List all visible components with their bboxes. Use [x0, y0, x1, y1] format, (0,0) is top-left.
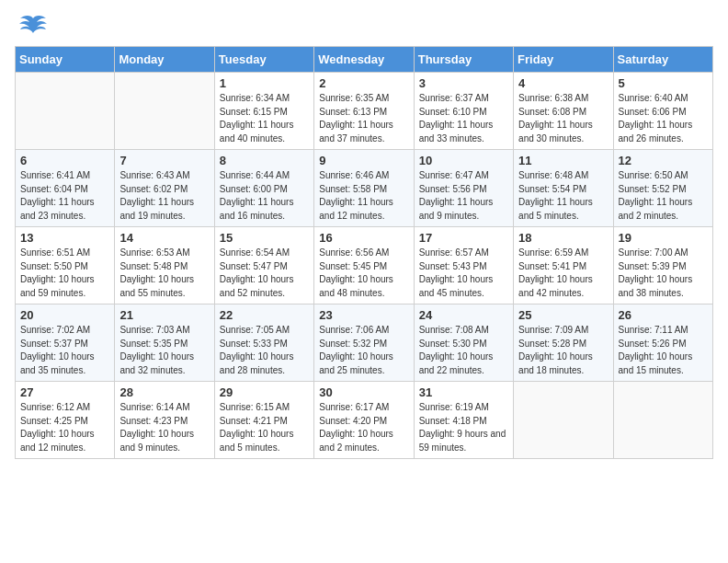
- day-info: Sunrise: 6:43 AM Sunset: 6:02 PM Dayligh…: [119, 169, 209, 223]
- calendar-week-row: 27Sunrise: 6:12 AM Sunset: 4:25 PM Dayli…: [16, 382, 713, 459]
- day-number: 11: [518, 154, 608, 167]
- day-number: 18: [518, 231, 608, 245]
- calendar-cell: 3Sunrise: 6:37 AM Sunset: 6:10 PM Daylig…: [414, 73, 513, 150]
- calendar-cell: 20Sunrise: 7:02 AM Sunset: 5:37 PM Dayli…: [16, 304, 115, 382]
- day-info: Sunrise: 7:00 AM Sunset: 5:39 PM Dayligh…: [619, 247, 708, 300]
- col-header-saturday: Saturday: [613, 47, 712, 73]
- day-number: 5: [619, 76, 708, 90]
- calendar-cell: 12Sunrise: 6:50 AM Sunset: 5:52 PM Dayli…: [613, 150, 712, 227]
- day-info: Sunrise: 6:51 AM Sunset: 5:50 PM Dayligh…: [20, 247, 109, 300]
- calendar-cell: 2Sunrise: 6:35 AM Sunset: 6:13 PM Daylig…: [314, 73, 414, 150]
- day-number: 25: [518, 308, 608, 322]
- day-number: 10: [419, 154, 508, 167]
- day-info: Sunrise: 6:47 AM Sunset: 5:56 PM Dayligh…: [419, 169, 508, 223]
- calendar-cell: 22Sunrise: 7:05 AM Sunset: 5:33 PM Dayli…: [214, 304, 313, 382]
- day-info: Sunrise: 7:11 AM Sunset: 5:26 PM Dayligh…: [619, 324, 708, 377]
- calendar-cell: [16, 73, 115, 150]
- day-info: Sunrise: 6:37 AM Sunset: 6:10 PM Dayligh…: [419, 92, 508, 145]
- day-info: Sunrise: 6:12 AM Sunset: 4:25 PM Dayligh…: [20, 401, 109, 454]
- calendar-cell: 21Sunrise: 7:03 AM Sunset: 5:35 PM Dayli…: [115, 304, 214, 382]
- logo-bird-icon: [18, 15, 48, 39]
- calendar-cell: 29Sunrise: 6:15 AM Sunset: 4:21 PM Dayli…: [214, 382, 313, 459]
- calendar-cell: 28Sunrise: 6:14 AM Sunset: 4:23 PM Dayli…: [115, 382, 214, 459]
- day-number: 16: [319, 231, 408, 245]
- day-number: 24: [419, 308, 508, 322]
- day-number: 26: [619, 308, 708, 322]
- col-header-wednesday: Wednesday: [314, 47, 414, 73]
- day-number: 4: [518, 76, 608, 90]
- day-info: Sunrise: 6:41 AM Sunset: 6:04 PM Dayligh…: [20, 169, 109, 223]
- day-info: Sunrise: 6:48 AM Sunset: 5:54 PM Dayligh…: [518, 169, 608, 223]
- day-info: Sunrise: 7:08 AM Sunset: 5:30 PM Dayligh…: [419, 324, 508, 377]
- calendar-cell: 4Sunrise: 6:38 AM Sunset: 6:08 PM Daylig…: [514, 73, 613, 150]
- col-header-sunday: Sunday: [16, 47, 115, 73]
- col-header-monday: Monday: [115, 47, 214, 73]
- day-number: 3: [419, 76, 508, 90]
- calendar-week-row: 13Sunrise: 6:51 AM Sunset: 5:50 PM Dayli…: [16, 227, 713, 304]
- day-info: Sunrise: 7:02 AM Sunset: 5:37 PM Dayligh…: [20, 324, 109, 377]
- day-number: 27: [20, 385, 109, 399]
- calendar-cell: 25Sunrise: 7:09 AM Sunset: 5:28 PM Dayli…: [514, 304, 613, 382]
- day-number: 21: [119, 308, 209, 322]
- day-number: 30: [319, 385, 408, 399]
- day-info: Sunrise: 6:59 AM Sunset: 5:41 PM Dayligh…: [518, 247, 608, 300]
- day-number: 31: [419, 385, 508, 399]
- day-number: 7: [119, 154, 209, 167]
- calendar-cell: 11Sunrise: 6:48 AM Sunset: 5:54 PM Dayli…: [514, 150, 613, 227]
- day-info: Sunrise: 6:44 AM Sunset: 6:00 PM Dayligh…: [220, 169, 309, 223]
- day-info: Sunrise: 7:03 AM Sunset: 5:35 PM Dayligh…: [119, 324, 209, 377]
- day-number: 22: [220, 308, 309, 322]
- calendar-cell: 14Sunrise: 6:53 AM Sunset: 5:48 PM Dayli…: [115, 227, 214, 304]
- calendar-cell: 17Sunrise: 6:57 AM Sunset: 5:43 PM Dayli…: [414, 227, 513, 304]
- calendar-week-row: 20Sunrise: 7:02 AM Sunset: 5:37 PM Dayli…: [16, 304, 713, 382]
- day-number: 23: [319, 308, 408, 322]
- day-number: 9: [319, 154, 408, 167]
- calendar-cell: [115, 73, 214, 150]
- day-info: Sunrise: 6:38 AM Sunset: 6:08 PM Dayligh…: [518, 92, 608, 145]
- calendar-cell: 8Sunrise: 6:44 AM Sunset: 6:00 PM Daylig…: [214, 150, 313, 227]
- day-info: Sunrise: 7:09 AM Sunset: 5:28 PM Dayligh…: [518, 324, 608, 377]
- day-info: Sunrise: 6:35 AM Sunset: 6:13 PM Dayligh…: [319, 92, 408, 145]
- calendar-cell: [613, 382, 712, 459]
- calendar-cell: 15Sunrise: 6:54 AM Sunset: 5:47 PM Dayli…: [214, 227, 313, 304]
- calendar-week-row: 6Sunrise: 6:41 AM Sunset: 6:04 PM Daylig…: [16, 150, 713, 227]
- day-number: 28: [119, 385, 209, 399]
- calendar-cell: 27Sunrise: 6:12 AM Sunset: 4:25 PM Dayli…: [16, 382, 115, 459]
- calendar-cell: 9Sunrise: 6:46 AM Sunset: 5:58 PM Daylig…: [314, 150, 414, 227]
- day-number: 1: [220, 76, 309, 90]
- day-number: 17: [419, 231, 508, 245]
- calendar-cell: 16Sunrise: 6:56 AM Sunset: 5:45 PM Dayli…: [314, 227, 414, 304]
- day-number: 20: [20, 308, 109, 322]
- calendar-table: SundayMondayTuesdayWednesdayThursdayFrid…: [15, 46, 713, 459]
- day-number: 15: [220, 231, 309, 245]
- day-info: Sunrise: 6:57 AM Sunset: 5:43 PM Dayligh…: [419, 247, 508, 300]
- col-header-tuesday: Tuesday: [214, 47, 313, 73]
- day-number: 12: [619, 154, 708, 167]
- day-info: Sunrise: 6:54 AM Sunset: 5:47 PM Dayligh…: [220, 247, 309, 300]
- calendar-cell: 5Sunrise: 6:40 AM Sunset: 6:06 PM Daylig…: [613, 73, 712, 150]
- calendar-cell: 13Sunrise: 6:51 AM Sunset: 5:50 PM Dayli…: [16, 227, 115, 304]
- col-header-friday: Friday: [514, 47, 613, 73]
- day-info: Sunrise: 6:19 AM Sunset: 4:18 PM Dayligh…: [419, 401, 508, 454]
- day-number: 19: [619, 231, 708, 245]
- day-info: Sunrise: 6:56 AM Sunset: 5:45 PM Dayligh…: [319, 247, 408, 300]
- day-number: 8: [220, 154, 309, 167]
- calendar-cell: 10Sunrise: 6:47 AM Sunset: 5:56 PM Dayli…: [414, 150, 513, 227]
- calendar-cell: 24Sunrise: 7:08 AM Sunset: 5:30 PM Dayli…: [414, 304, 513, 382]
- page-header: [15, 15, 713, 39]
- day-info: Sunrise: 6:15 AM Sunset: 4:21 PM Dayligh…: [220, 401, 309, 454]
- logo: [15, 15, 48, 39]
- day-number: 29: [220, 385, 309, 399]
- day-number: 14: [119, 231, 209, 245]
- day-info: Sunrise: 6:50 AM Sunset: 5:52 PM Dayligh…: [619, 169, 708, 223]
- day-info: Sunrise: 6:17 AM Sunset: 4:20 PM Dayligh…: [319, 401, 408, 454]
- calendar-cell: 6Sunrise: 6:41 AM Sunset: 6:04 PM Daylig…: [16, 150, 115, 227]
- day-info: Sunrise: 6:34 AM Sunset: 6:15 PM Dayligh…: [220, 92, 309, 145]
- day-number: 2: [319, 76, 408, 90]
- day-info: Sunrise: 6:14 AM Sunset: 4:23 PM Dayligh…: [119, 401, 209, 454]
- calendar-cell: 7Sunrise: 6:43 AM Sunset: 6:02 PM Daylig…: [115, 150, 214, 227]
- calendar-cell: 26Sunrise: 7:11 AM Sunset: 5:26 PM Dayli…: [613, 304, 712, 382]
- day-info: Sunrise: 6:53 AM Sunset: 5:48 PM Dayligh…: [119, 247, 209, 300]
- day-number: 6: [20, 154, 109, 167]
- calendar-cell: 30Sunrise: 6:17 AM Sunset: 4:20 PM Dayli…: [314, 382, 414, 459]
